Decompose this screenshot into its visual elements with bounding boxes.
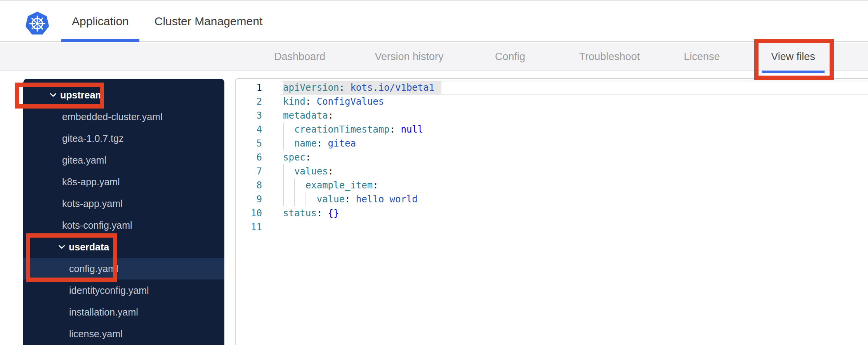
gutter-gap xyxy=(262,178,283,192)
tab-label: Version history xyxy=(375,51,443,63)
code-line-9: 9 value: hello world xyxy=(236,192,868,206)
gutter-gap xyxy=(262,122,283,136)
file-label: gitea.yaml xyxy=(62,155,106,166)
gutter-gap xyxy=(262,95,283,109)
editor-lines: 1apiVersion: kots.io/v1beta12kind: Confi… xyxy=(236,81,868,234)
gutter-gap xyxy=(262,136,283,150)
gutter-gap xyxy=(262,192,283,206)
active-tab-underline xyxy=(61,39,139,42)
top-tab-label: Application xyxy=(72,15,129,28)
top-tabs: ApplicationCluster Management xyxy=(61,1,273,42)
line-number: 6 xyxy=(236,150,262,164)
top-navbar: ApplicationCluster Management xyxy=(0,0,868,42)
tree-file-identityconfig-yaml[interactable]: identityconfig.yaml xyxy=(23,279,224,301)
code-text: values: xyxy=(283,164,333,178)
code-line-6: 6spec: xyxy=(236,150,868,164)
tree-file-gitea-yaml[interactable]: gitea.yaml xyxy=(23,149,224,171)
tab-version-history[interactable]: Version history xyxy=(375,43,443,71)
code-editor[interactable]: 1apiVersion: kots.io/v1beta12kind: Confi… xyxy=(235,78,868,345)
top-tab-label: Cluster Management xyxy=(155,15,262,28)
gutter-gap xyxy=(262,150,283,164)
code-text: kind: ConfigValues xyxy=(283,95,384,109)
tab-label: Config xyxy=(495,51,525,63)
code-text: value: hello world xyxy=(283,192,418,206)
line-number: 2 xyxy=(236,95,262,109)
indent-guide xyxy=(283,122,284,136)
code-line-7: 7 values: xyxy=(236,164,868,178)
tab-label: Troubleshoot xyxy=(579,51,640,63)
tree-file-kots-app-yaml[interactable]: kots-app.yaml xyxy=(23,193,224,214)
kots-admin-console: ApplicationCluster Management DashboardV… xyxy=(0,0,868,345)
code-line-4: 4 creationTimestamp: null xyxy=(236,122,868,136)
tree-file-installation-yaml[interactable]: installation.yaml xyxy=(23,301,224,323)
indent-guide xyxy=(294,192,295,206)
code-text: metadata: xyxy=(283,109,333,122)
code-text: name: gitea xyxy=(283,136,356,150)
code-line-5: 5 name: gitea xyxy=(236,136,868,150)
annotation-box-upstream-folder xyxy=(15,83,104,109)
line-number: 9 xyxy=(236,192,262,206)
file-label: installation.yaml xyxy=(69,307,138,318)
tree-file-embedded-cluster-yaml[interactable]: embedded-cluster.yaml xyxy=(23,106,224,128)
file-label: k8s-app.yaml xyxy=(62,176,120,188)
code-text: apiVersion: kots.io/v1beta1 xyxy=(283,81,434,95)
gutter-gap xyxy=(262,109,283,122)
top-tab-cluster-management[interactable]: Cluster Management xyxy=(144,1,273,42)
file-tree: upstreamembedded-cluster.yamlgitea-1.0.7… xyxy=(23,79,224,345)
gutter-gap xyxy=(262,220,283,234)
code-line-3: 3metadata: xyxy=(236,109,868,122)
code-text: creationTimestamp: null xyxy=(283,122,423,136)
line-number: 11 xyxy=(236,220,262,234)
code-line-10: 10status: {} xyxy=(236,206,868,220)
tab-dashboard[interactable]: Dashboard xyxy=(274,43,325,71)
tree-file-kots-config-yaml[interactable]: kots-config.yaml xyxy=(23,214,224,236)
tab-config[interactable]: Config xyxy=(495,43,525,71)
code-text: example_item: xyxy=(283,178,378,192)
line-number: 5 xyxy=(236,136,262,150)
tree-file-k8s-app-yaml[interactable]: k8s-app.yaml xyxy=(23,171,224,193)
gutter-gap xyxy=(262,164,283,178)
indent-guide xyxy=(283,192,284,206)
file-label: kots-app.yaml xyxy=(62,198,123,209)
line-number: 1 xyxy=(236,81,262,95)
annotation-box-view-files-tab xyxy=(754,39,834,80)
indent-guide xyxy=(283,178,284,192)
tree-file-license-yaml[interactable]: license.yaml xyxy=(23,323,224,345)
tab-label: Dashboard xyxy=(274,51,325,63)
code-line-1: 1apiVersion: kots.io/v1beta1 xyxy=(236,81,868,95)
line-number: 3 xyxy=(236,109,262,122)
annotation-box-userdata-config-yaml xyxy=(26,233,117,282)
line-number: 8 xyxy=(236,178,262,192)
indent-guide xyxy=(283,164,284,178)
file-label: identityconfig.yaml xyxy=(69,285,149,296)
code-text: spec: xyxy=(283,150,311,164)
file-label: kots-config.yaml xyxy=(62,220,132,231)
tab-label: License xyxy=(684,51,720,63)
tree-file-gitea-1-0-7-tgz[interactable]: gitea-1.0.7.tgz xyxy=(23,128,224,149)
top-tab-application[interactable]: Application xyxy=(61,1,139,42)
code-text: status: {} xyxy=(283,206,339,220)
indent-guide xyxy=(283,136,284,150)
gutter-gap xyxy=(262,206,283,220)
file-label: embedded-cluster.yaml xyxy=(62,111,162,122)
line-number: 4 xyxy=(236,122,262,136)
file-label: license.yaml xyxy=(69,328,123,340)
code-line-2: 2kind: ConfigValues xyxy=(236,95,868,109)
file-label: gitea-1.0.7.tgz xyxy=(62,133,123,144)
code-line-11: 11 xyxy=(236,220,868,234)
kubernetes-logo-icon xyxy=(24,11,50,36)
indent-guide xyxy=(306,192,306,206)
tab-license[interactable]: License xyxy=(684,43,720,71)
line-number: 10 xyxy=(236,206,262,220)
app-navbar: DashboardVersion historyConfigTroublesho… xyxy=(0,43,868,71)
code-line-8: 8 example_item: xyxy=(236,178,868,192)
indent-guide xyxy=(294,178,295,192)
line-number: 7 xyxy=(236,164,262,178)
tab-troubleshoot[interactable]: Troubleshoot xyxy=(579,43,640,71)
